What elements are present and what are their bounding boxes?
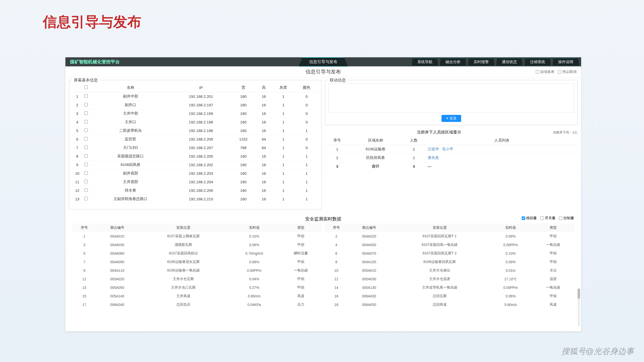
control-checkbox[interactable]: 控制量 xyxy=(559,216,574,220)
row-checkbox[interactable] xyxy=(84,154,88,158)
personnel-title: 当前井下人员按区域显示 xyxy=(325,130,553,135)
right-column: 联动信息 发送 当前井下人员按区域显示 当前井下共：3人 序号区域名称人数人员列… xyxy=(325,80,578,209)
auto-publish-checkbox[interactable]: 自动发布 xyxy=(536,70,554,74)
row-checkbox[interactable] xyxy=(84,188,88,192)
table-row[interactable]: 98106回风巷192.168.2.2021601611 xyxy=(72,161,318,169)
table-row: 4004A0508107采面回风一氧化碳0.00PPm一氧化碳 xyxy=(325,241,574,249)
nav-tab[interactable]: 操作说明 xyxy=(552,58,579,66)
table-row: 5004A0608107采面回风粉尘0.70mg/m3瞬时流量 xyxy=(72,249,322,258)
safety-title: 安全监测实时数据 xyxy=(69,214,578,223)
header-controls: 自动发布 停止联动 xyxy=(536,70,577,74)
table-row[interactable]: 2副井口192.168.2.1971601610 xyxy=(72,101,318,109)
row-checkbox[interactable] xyxy=(84,163,88,166)
table-row: 15005A140主井风速0.80m/s风速 xyxy=(72,292,322,300)
table-row[interactable]: 11主井底部192.168.2.2041601611 xyxy=(72,178,318,186)
table-row: 1004A0108107采面上隅角瓦斯0.15%甲烷 xyxy=(72,232,322,241)
safety-section: 安全监测实时数据 模拟量 开关量 控制量 序号测点编号安装位置实时值类型 100… xyxy=(69,214,578,309)
nav-tab[interactable]: 实时报警 xyxy=(468,58,495,66)
table-row: 14005A130主井皮带机尾一氧化碳0.00PPm一氧化碳 xyxy=(325,283,574,292)
person-link[interactable]: 汪祖华 xyxy=(428,147,439,151)
stop-link-checkbox[interactable]: 停止联动 xyxy=(558,70,577,74)
current-module-tab: 信息引导与发布 xyxy=(299,57,348,67)
table-row[interactable]: 5二部皮带机头192.168.2.1961601611 xyxy=(72,126,318,135)
table-row: 2区段排风巷1谢先发 xyxy=(325,154,578,162)
table-row: 8004A1008106运输巷回风瓦斯0.09%甲烷 xyxy=(325,258,574,266)
link-message-textarea[interactable] xyxy=(328,83,574,112)
watermark: 搜狐号@光谷身边事 xyxy=(561,346,634,357)
row-checkbox[interactable] xyxy=(84,120,88,123)
table-row[interactable]: 12排水巷192.168.2.2061601611 xyxy=(72,186,318,195)
table-row[interactable]: 3主井中部192.168.2.1991601610 xyxy=(72,109,318,118)
analog-checkbox[interactable]: 模拟量 xyxy=(522,216,537,220)
table-row: 18106运输巷2汪祖华毛小平 xyxy=(325,145,578,154)
row-checkbox[interactable] xyxy=(84,94,88,98)
table-row[interactable]: 10副井底部192.168.2.2031601611 xyxy=(72,169,318,178)
table-row[interactable]: 7大门LED192.168.2.2077686410 xyxy=(72,144,318,152)
table-row: 18006A050总回风速5.60m/s风速 xyxy=(325,300,574,309)
nav-tab[interactable]: 通信状态 xyxy=(496,58,523,66)
personnel-count: 当前井下共：3人 xyxy=(553,130,578,135)
row-checkbox[interactable] xyxy=(84,180,88,183)
table-row[interactable]: 1副井中部192.168.2.2011601610 xyxy=(72,92,318,101)
table-row[interactable]: 4主井口192.168.2.1981601610 xyxy=(72,118,318,126)
nav-tab[interactable]: 融合分析 xyxy=(440,58,466,66)
row-checkbox[interactable] xyxy=(84,197,88,200)
table-row[interactable]: 6监控室192.168.2.20911526410 xyxy=(72,135,318,144)
table-row: 6004A0708107采面回风瓦斯T 20.10%甲烷 xyxy=(325,249,574,258)
scrollbar[interactable] xyxy=(578,289,580,326)
table-row: 11005A020主井水仓瓦斯0.04%甲烷 xyxy=(72,275,322,283)
screen-table: 名称IP宽高灰度颜色 1副井中部192.168.2.20116016102副井口… xyxy=(72,83,318,203)
send-button[interactable]: 发送 xyxy=(441,115,461,122)
table-row: 10005A010主井水仓液位0.01m水位 xyxy=(325,266,574,275)
row-checkbox[interactable] xyxy=(84,103,88,106)
table-row: 2004A0208107采面回风瓦斯T 10.09%甲烷 xyxy=(325,232,574,241)
table-row: 12005A030主井水仓温度17.10℃温度 xyxy=(325,275,574,283)
row-checkbox[interactable] xyxy=(84,111,88,115)
panel-title: 联动信息 xyxy=(328,78,347,83)
row-checkbox[interactable] xyxy=(84,146,88,149)
panel-title: 屏幕基本信息 xyxy=(72,78,99,83)
safety-filters: 模拟量 开关量 控制量 xyxy=(518,216,578,222)
nav-tab[interactable]: 注销系统 xyxy=(524,58,551,66)
table-row: 17006A040总回负压0.04KPa压力 xyxy=(72,300,322,309)
app-window: 煤矿智能机械化管控平台 信息引导与发布 系统导航融合分析实时报警通信状态注销系统… xyxy=(65,57,581,331)
app-header: 煤矿智能机械化管控平台 信息引导与发布 系统导航融合分析实时报警通信状态注销系统… xyxy=(65,57,581,66)
table-row[interactable]: 8采面掘进岔路口192.168.2.2051601611 xyxy=(72,152,318,161)
screen-info-panel: 屏幕基本信息 名称IP宽高灰度颜色 1副井中部192.168.2.2011601… xyxy=(69,80,321,209)
link-info-panel: 联动信息 发送 xyxy=(325,80,578,125)
person-link[interactable]: 谢先发 xyxy=(428,155,439,160)
row-checkbox[interactable] xyxy=(84,171,88,175)
table-row: 3004A030溜煤眼瓦斯0.06%甲烷 xyxy=(72,241,322,249)
row-checkbox[interactable] xyxy=(84,137,88,141)
personnel-section: 当前井下人员按区域显示 当前井下共：3人 序号区域名称人数人员列表 18106运… xyxy=(325,129,578,171)
nav-tabs: 系统导航融合分析实时报警通信状态注销系统操作说明 xyxy=(412,58,579,66)
select-all-checkbox[interactable] xyxy=(84,85,88,89)
page-title: 信息引导与发布 xyxy=(306,68,341,75)
nav-tab[interactable]: 系统导航 xyxy=(412,58,438,66)
row-checkbox[interactable] xyxy=(84,128,88,132)
safety-table-right: 序号测点编号安装位置实时值类型 2004A0208107采面回风瓦斯T 10.0… xyxy=(325,223,574,309)
safety-table-left: 序号测点编号安装位置实时值类型 1004A0108107采面上隅角瓦斯0.15%… xyxy=(72,223,322,309)
table-row[interactable]: 13主副井联络巷岔路口192.168.2.2101601611 xyxy=(72,195,318,203)
personnel-table: 序号区域名称人数人员列表 18106运输巷2汪祖华毛小平2区段排风巷1谢先发3合… xyxy=(325,136,578,171)
person-link[interactable]: 毛小平 xyxy=(442,147,453,151)
sub-header: 信息引导与发布 自动发布 停止联动 xyxy=(65,66,581,77)
table-row: 16006A030总回瓦斯0.06%甲烷 xyxy=(325,292,574,300)
app-logo: 煤矿智能机械化管控平台 xyxy=(65,59,124,65)
total-row: 3合计3--- xyxy=(325,162,578,171)
switch-checkbox[interactable]: 开关量 xyxy=(540,216,555,220)
slide-title: 信息引导与发布 xyxy=(43,13,141,32)
table-row: 7004A0908106运输巷迎头瓦斯0.08%甲烷 xyxy=(72,258,322,266)
table-row: 9004A1108106运输巷一氧化碳0.00PPm一氧化碳 xyxy=(72,266,322,275)
table-row: 13005A050主井水仓口瓦斯0.27%甲烷 xyxy=(72,283,322,292)
